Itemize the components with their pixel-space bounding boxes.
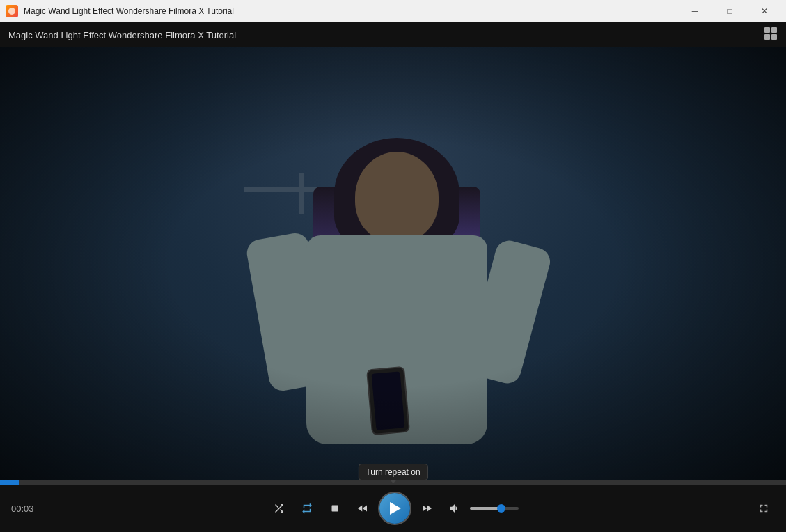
person-head: [355, 152, 439, 242]
stop-button[interactable]: [324, 497, 346, 519]
window-controls: ─ □ ✕: [679, 0, 780, 22]
media-title-bar: Magic Wand Light Effect Wondershare Film…: [0, 22, 786, 47]
repeat-button[interactable]: [296, 497, 318, 519]
controls-left: 00:03: [11, 503, 46, 514]
fullscreen-button[interactable]: [753, 497, 775, 519]
window-title: Magic Wand Light Effect Wondershare Film…: [24, 6, 234, 16]
volume-slider-thumb: [497, 504, 505, 513]
app-icon: [6, 5, 18, 17]
person-phone: [366, 366, 410, 435]
svg-rect-0: [764, 27, 770, 33]
time-display: 00:03: [11, 503, 46, 514]
video-frame: [0, 47, 786, 480]
fast-forward-button[interactable]: [416, 497, 438, 519]
video-area: [0, 47, 786, 480]
minimize-button[interactable]: ─: [679, 0, 711, 22]
controls-right: [753, 497, 775, 519]
maximize-button[interactable]: □: [714, 0, 746, 22]
volume-button[interactable]: [443, 497, 466, 519]
media-title: Magic Wand Light Effect Wondershare Film…: [8, 30, 236, 40]
svg-rect-4: [331, 506, 338, 512]
svg-rect-3: [771, 34, 777, 40]
shuffle-button[interactable]: [268, 497, 290, 519]
title-bar-left: Magic Wand Light Effect Wondershare Film…: [6, 5, 234, 17]
volume-slider[interactable]: [470, 507, 519, 510]
grid-icon[interactable]: [764, 26, 778, 43]
svg-rect-1: [771, 27, 777, 33]
rewind-button[interactable]: [352, 497, 374, 519]
volume-area: [443, 497, 519, 519]
close-button[interactable]: ✕: [748, 0, 780, 22]
controls-center: [268, 493, 519, 524]
controls-bar: 00:03: [0, 485, 786, 532]
svg-rect-2: [764, 34, 770, 40]
title-bar: Magic Wand Light Effect Wondershare Film…: [0, 0, 786, 22]
person-body: [244, 131, 508, 480]
play-button[interactable]: [379, 493, 410, 524]
